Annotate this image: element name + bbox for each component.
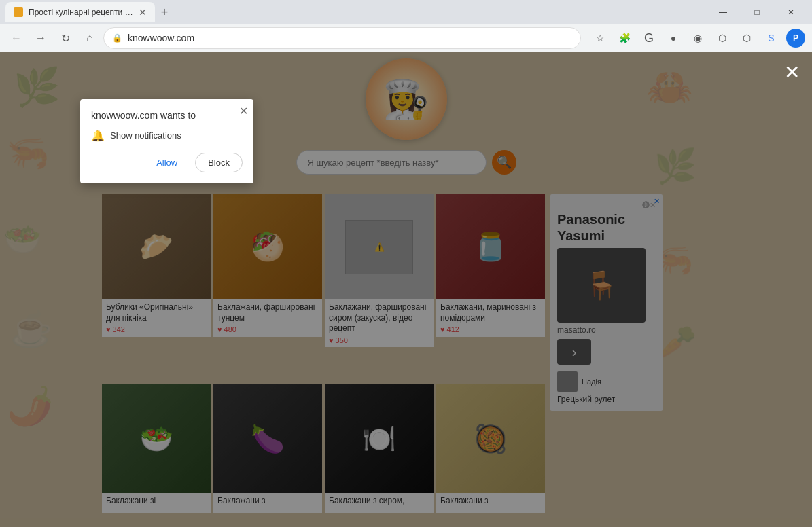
ext-icon-4[interactable]: ⬡ bbox=[711, 27, 733, 49]
profile-button[interactable]: P bbox=[785, 27, 807, 49]
ext-icon-1[interactable]: G bbox=[638, 27, 660, 49]
block-button[interactable]: Block bbox=[195, 153, 243, 172]
notification-title: knowwoow.com wants to bbox=[91, 110, 243, 121]
tab-title: Прості кулінарні рецепти дома... bbox=[29, 7, 133, 17]
notification-row: 🔔 Show notifications bbox=[91, 129, 243, 142]
tab-favicon bbox=[14, 7, 23, 17]
tab-close-button[interactable]: ✕ bbox=[139, 7, 147, 18]
page-close-button[interactable]: ✕ bbox=[778, 58, 805, 86]
ext-icon-5[interactable]: ⬡ bbox=[736, 27, 758, 49]
close-button[interactable]: ✕ bbox=[775, 3, 807, 22]
new-tab-button[interactable]: + bbox=[155, 3, 174, 22]
back-button[interactable]: ← bbox=[5, 27, 27, 49]
notification-close-button[interactable]: ✕ bbox=[239, 105, 248, 117]
home-button[interactable]: ⌂ bbox=[79, 27, 101, 49]
lock-icon: 🔒 bbox=[112, 33, 122, 43]
maximize-button[interactable]: □ bbox=[741, 3, 773, 22]
ext-icon-6[interactable]: S bbox=[760, 27, 782, 49]
notification-popup: ✕ knowwoow.com wants to 🔔 Show notificat… bbox=[80, 99, 253, 183]
forward-button[interactable]: → bbox=[30, 27, 52, 49]
allow-button[interactable]: Allow bbox=[144, 153, 190, 172]
address-bar[interactable]: 🔒 knowwoow.com bbox=[103, 27, 581, 49]
notification-row-text: Show notifications bbox=[110, 130, 181, 141]
page-content: 🌿 🦐 🥗 ☕ 🌶️ 🦀 🌿 🦐 🥕 👩‍🍳 🔍 🥟 bbox=[0, 52, 812, 527]
browser-tab[interactable]: Прості кулінарні рецепти дома... ✕ bbox=[5, 2, 155, 22]
minimize-button[interactable]: — bbox=[707, 3, 739, 22]
notification-buttons: Allow Block bbox=[91, 153, 243, 172]
extensions-icon[interactable]: 🧩 bbox=[614, 27, 635, 49]
profile-avatar: P bbox=[786, 29, 805, 48]
ext-icon-3[interactable]: ◉ bbox=[687, 27, 709, 49]
reload-button[interactable]: ↻ bbox=[54, 27, 76, 49]
url-text: knowwoow.com bbox=[128, 33, 572, 43]
ext-icon-2[interactable]: ● bbox=[663, 27, 684, 49]
bookmark-icon[interactable]: ☆ bbox=[589, 27, 611, 49]
bell-icon: 🔔 bbox=[91, 129, 105, 142]
